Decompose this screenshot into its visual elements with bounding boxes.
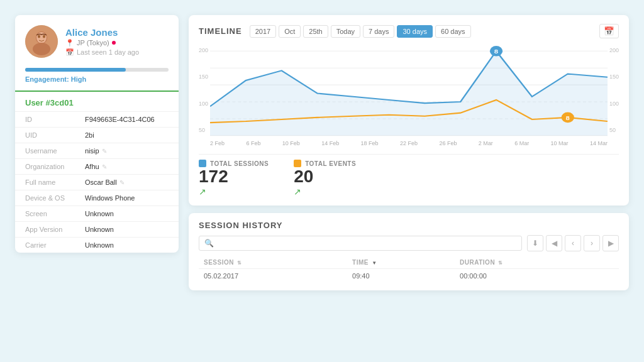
- detail-row: Full name Oscar Ball✎: [15, 175, 179, 190]
- session-card: SESSION HISTORY 🔍 ⬇ ◀ ‹ › ▶ SESSION: [189, 213, 629, 290]
- engagement-level: High: [71, 75, 86, 83]
- engagement-bar-fill: [25, 68, 126, 72]
- prev-button[interactable]: ‹: [565, 235, 581, 251]
- time-sort-icon[interactable]: ▼: [372, 260, 377, 266]
- y-label-150-left: 150: [199, 74, 208, 80]
- x-label: 6 Feb: [246, 140, 260, 146]
- x-label: 22 Feb: [400, 140, 418, 146]
- detail-value: Afhu✎: [75, 159, 179, 175]
- svg-point-2: [36, 32, 47, 43]
- x-label: 2 Feb: [210, 140, 225, 146]
- chart-stats: TOTAL SESSIONS 172 ↗ TOTAL EVENTS 20 ↗: [199, 154, 619, 197]
- timeline-filter-button[interactable]: 7 days: [363, 25, 394, 38]
- online-dot: [112, 41, 116, 45]
- detail-key: Screen: [15, 206, 75, 222]
- detail-key: Device & OS: [15, 190, 75, 206]
- right-panel: TIMELINE 2017Oct25thToday7 days30 days60…: [189, 15, 629, 290]
- detail-value: F949663E-4C31-4C06: [75, 112, 179, 128]
- svg-point-5: [43, 35, 45, 38]
- chart-area: 200 150 100 50 200 150 100 50: [199, 45, 619, 151]
- y-label-150-right: 150: [609, 74, 619, 80]
- y-label-100-left: 100: [199, 101, 208, 107]
- detail-value: 2bi: [75, 128, 179, 143]
- toolbar-icons: ⬇ ◀ ‹ › ▶: [527, 235, 619, 251]
- location-text: JP (Tokyo): [77, 39, 109, 47]
- timeline-filter-button[interactable]: 2017: [250, 25, 276, 38]
- profile-name: Alice Jones: [65, 27, 169, 38]
- location-pin-icon: 📍: [65, 39, 74, 47]
- x-label: 10 Feb: [282, 140, 300, 146]
- timeline-filter-button[interactable]: Today: [331, 25, 360, 38]
- timeline-filter-button[interactable]: 60 days: [435, 25, 471, 38]
- detail-key: Carrier: [15, 238, 75, 253]
- time-col-header: TIME ▼: [347, 256, 455, 269]
- events-stat: TOTAL EVENTS 20 ↗: [294, 160, 356, 197]
- x-label: 18 Feb: [361, 140, 379, 146]
- x-label: 10 Mar: [551, 140, 569, 146]
- events-value: 20: [294, 167, 356, 187]
- main-container: Alice Jones 📍 JP (Tokyo) 📅 Last seen 1 d…: [0, 0, 644, 362]
- user-id-section: User #3cd01: [15, 90, 179, 111]
- profile-lastseen: 📅 Last seen 1 day ago: [65, 48, 169, 57]
- prev-prev-button[interactable]: ◀: [546, 235, 562, 251]
- search-box[interactable]: 🔍: [199, 236, 522, 251]
- profile-location: 📍 JP (Tokyo): [65, 39, 169, 47]
- timeline-filter-button[interactable]: 30 days: [397, 25, 433, 38]
- session-sort-icon[interactable]: ⇅: [237, 260, 242, 266]
- detail-key: App Version: [15, 222, 75, 238]
- session-cell: 05.02.2017: [199, 268, 347, 283]
- sessions-trend: ↗: [199, 187, 269, 197]
- svg-text:8: 8: [494, 48, 499, 55]
- sessions-stat: TOTAL SESSIONS 172 ↗: [199, 160, 269, 197]
- engagement-section: Engagement: High: [15, 68, 179, 90]
- timeline-filter-button[interactable]: 25th: [303, 25, 328, 38]
- svg-point-4: [38, 35, 40, 38]
- detail-key: Username: [15, 143, 75, 159]
- detail-value: Oscar Ball✎: [75, 175, 179, 190]
- detail-row: Screen Unknown: [15, 206, 179, 222]
- profile-section: Alice Jones 📍 JP (Tokyo) 📅 Last seen 1 d…: [15, 15, 179, 68]
- detail-key: UID: [15, 128, 75, 143]
- details-table: ID F949663E-4C31-4C06 UID 2bi Username n…: [15, 111, 179, 253]
- edit-icon: ✎: [119, 179, 125, 186]
- x-label: 6 Mar: [514, 140, 529, 146]
- search-icon: 🔍: [204, 239, 214, 248]
- duration-cell: 00:00:00: [455, 268, 619, 283]
- detail-value: nisip✎: [75, 143, 179, 159]
- table-header-row: SESSION ⇅ TIME ▼ DURATION ⇅: [199, 256, 619, 269]
- lastseen-text: Last seen 1 day ago: [77, 48, 139, 56]
- duration-sort-icon[interactable]: ⇅: [498, 260, 503, 266]
- next-button[interactable]: ›: [584, 235, 600, 251]
- calendar-button[interactable]: 📅: [599, 24, 619, 38]
- detail-row: ID F949663E-4C31-4C06: [15, 112, 179, 128]
- session-toolbar: 🔍 ⬇ ◀ ‹ › ▶: [199, 235, 619, 251]
- calendar-icon: 📅: [65, 48, 74, 57]
- y-label-100-right: 100: [609, 101, 619, 107]
- session-table: SESSION ⇅ TIME ▼ DURATION ⇅ 05.02.2017 0…: [199, 256, 619, 283]
- x-label: 14 Feb: [321, 140, 339, 146]
- y-label-50-right: 50: [609, 127, 619, 133]
- svg-text:8: 8: [566, 115, 570, 121]
- x-label: 2 Mar: [479, 140, 493, 146]
- session-col-header: SESSION ⇅: [199, 256, 347, 269]
- x-label: 14 Mar: [590, 140, 608, 146]
- detail-value: Unknown: [75, 238, 179, 253]
- engagement-label: Engagement: High: [25, 75, 169, 83]
- events-legend-label: TOTAL EVENTS: [305, 160, 356, 167]
- timeline-filter-button[interactable]: Oct: [279, 25, 301, 38]
- x-label: 26 Feb: [439, 140, 457, 146]
- next-next-button[interactable]: ▶: [602, 235, 619, 251]
- download-button[interactable]: ⬇: [527, 235, 543, 251]
- detail-key: Organization: [15, 159, 75, 175]
- svg-point-3: [33, 43, 50, 55]
- y-label-200-right: 200: [609, 47, 619, 53]
- detail-value: Unknown: [75, 206, 179, 222]
- timeline-title: TIMELINE: [199, 26, 242, 36]
- timeline-chart: 8 8: [199, 45, 619, 139]
- edit-icon: ✎: [102, 148, 107, 155]
- timeline-card: TIMELINE 2017Oct25thToday7 days30 days60…: [189, 15, 629, 206]
- detail-row: Device & OS Windows Phone: [15, 190, 179, 206]
- detail-row: App Version Unknown: [15, 222, 179, 238]
- profile-info: Alice Jones 📍 JP (Tokyo) 📅 Last seen 1 d…: [65, 27, 169, 57]
- detail-row: Organization Afhu✎: [15, 159, 179, 175]
